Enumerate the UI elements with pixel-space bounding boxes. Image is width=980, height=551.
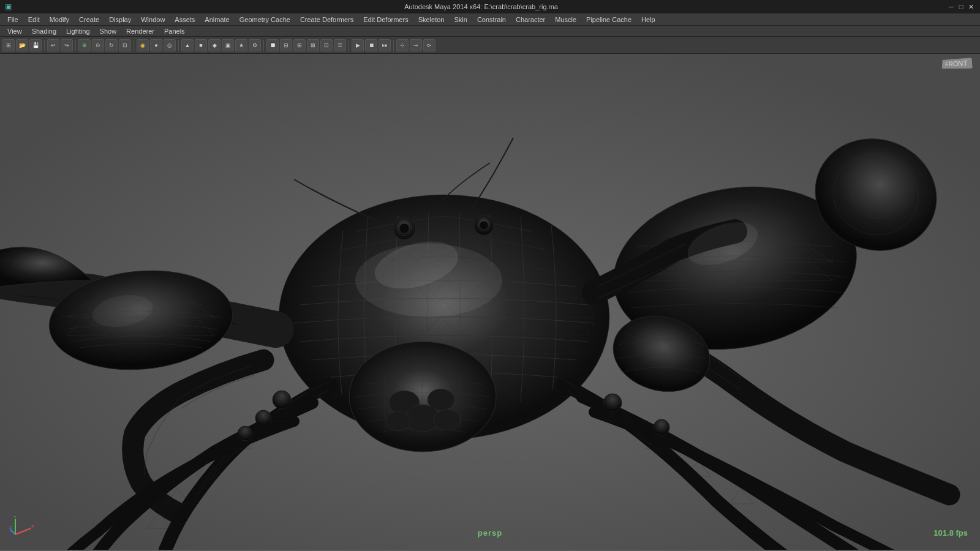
svg-text:X: X <box>31 524 34 528</box>
menu-item-window[interactable]: Window <box>136 13 170 25</box>
menu-item-skeleton[interactable]: Skeleton <box>413 13 450 25</box>
open-scene-button[interactable]: 📂 <box>16 39 28 51</box>
menu-item-skin[interactable]: Skin <box>449 13 472 25</box>
poly-tool-button[interactable]: ▲ <box>181 39 194 51</box>
svg-point-15 <box>273 391 291 409</box>
toolbar-separator <box>75 40 76 51</box>
undo-button[interactable]: ↩ <box>47 39 59 51</box>
svg-point-25 <box>434 410 461 430</box>
toolbar-separator <box>349 40 349 51</box>
menu-item-assets[interactable]: Assets <box>170 13 200 25</box>
scale-tool-button[interactable]: ⊡ <box>119 39 131 51</box>
svg-text:Z: Z <box>9 525 12 530</box>
menu-item-geocache[interactable]: Geometry Cache <box>235 13 295 25</box>
svg-point-7 <box>480 221 488 230</box>
next-button[interactable]: ⏭ <box>379 39 391 51</box>
extra3-button[interactable]: ⊳ <box>423 39 435 51</box>
select-tool-button[interactable]: ⊕ <box>78 39 91 51</box>
viewport-persp-label: persp <box>478 528 502 538</box>
menu-item-animate[interactable]: Animate <box>200 13 234 25</box>
menu-item-help[interactable]: Help <box>636 13 660 25</box>
new-scene-button[interactable]: ⊞ <box>2 39 15 51</box>
window-controls: ─ □ ✕ <box>947 2 975 11</box>
view2-button[interactable]: ⊟ <box>280 39 292 51</box>
title-bar: ▣ Autodesk Maya 2014 x64: E:\crab\crab\c… <box>0 0 980 13</box>
fps-counter: 101.8 fps <box>933 528 968 538</box>
menu-item-muscle[interactable]: Muscle <box>550 13 581 25</box>
extra2-button[interactable]: ⊸ <box>410 39 422 51</box>
submenu-item-shading[interactable]: Shading <box>27 26 61 36</box>
grid-tool-button[interactable]: ▣ <box>222 39 234 51</box>
stop-button[interactable]: ⏹ <box>365 39 377 51</box>
menu-item-character[interactable]: Character <box>511 13 550 25</box>
redo-button[interactable]: ↪ <box>61 39 73 51</box>
sub-menu-bar: ViewShadingLightingShowRendererPanels <box>0 26 980 37</box>
svg-point-18 <box>603 394 622 412</box>
toolbar-separator <box>44 40 45 51</box>
menu-item-modify[interactable]: Modify <box>45 13 74 25</box>
svg-point-19 <box>654 419 669 435</box>
svg-point-20 <box>349 342 496 452</box>
crab-render <box>0 54 980 550</box>
app-icon: ▣ <box>5 2 12 11</box>
save-scene-button[interactable]: 💾 <box>29 39 42 51</box>
menu-item-file[interactable]: File <box>2 13 23 25</box>
svg-point-16 <box>255 410 271 426</box>
svg-point-17 <box>238 426 252 441</box>
circle-tool-button[interactable]: ● <box>150 39 162 51</box>
toolbar: ⊞📂💾↩↪⊕⊙↻⊡◉●◎▲■◆▣★⚙🔲⊟⊞⊠⊡☰▶⏹⏭⊹⊸⊳ <box>0 37 980 54</box>
rotate-tool-button[interactable]: ↻ <box>105 39 118 51</box>
light-tool-button[interactable]: ★ <box>235 39 247 51</box>
title-bar-text: Autodesk Maya 2014 x64: E:\crab\crab\cra… <box>15 3 947 10</box>
menu-item-constrain[interactable]: Constrain <box>472 13 511 25</box>
svg-line-30 <box>15 528 31 534</box>
menu-item-create[interactable]: Create <box>74 13 104 25</box>
settings-tool-button[interactable]: ⚙ <box>249 39 261 51</box>
toolbar-separator <box>263 40 264 51</box>
view4-button[interactable]: ⊠ <box>307 39 319 51</box>
close-button[interactable]: ✕ <box>967 2 975 11</box>
submenu-item-show[interactable]: Show <box>95 26 122 36</box>
axis-indicator: X Y Z <box>9 516 34 541</box>
menu-bar: FileEditModifyCreateDisplayWindowAssetsA… <box>0 13 980 26</box>
view1-button[interactable]: 🔲 <box>266 39 279 51</box>
menu-item-createdef[interactable]: Create Deformers <box>295 13 358 25</box>
toolbar-separator <box>178 40 179 51</box>
view6-button[interactable]: ☰ <box>334 39 346 51</box>
minimize-button[interactable]: ─ <box>947 2 956 11</box>
svg-text:Y: Y <box>13 516 17 519</box>
svg-line-34 <box>10 530 15 534</box>
maximize-button[interactable]: □ <box>957 2 965 11</box>
play-button[interactable]: ▶ <box>352 39 364 51</box>
submenu-item-view[interactable]: View <box>2 26 27 36</box>
menu-item-edit[interactable]: Edit <box>23 13 45 25</box>
menu-item-display[interactable]: Display <box>104 13 136 25</box>
extra1-button[interactable]: ⊹ <box>396 39 409 51</box>
toolbar-separator <box>134 40 134 51</box>
submenu-item-renderer[interactable]: Renderer <box>121 26 159 36</box>
box-tool-button[interactable]: ■ <box>195 39 207 51</box>
submenu-item-panels[interactable]: Panels <box>159 26 190 36</box>
svg-point-5 <box>399 223 409 233</box>
front-label: FRONT <box>942 58 973 69</box>
viewport[interactable]: FRONT X Y Z persp 101.8 fps <box>0 54 980 550</box>
ring-tool-button[interactable]: ◎ <box>164 39 176 51</box>
move-tool-button[interactable]: ⊙ <box>92 39 104 51</box>
menu-item-editdef[interactable]: Edit Deformers <box>358 13 413 25</box>
menu-item-pipelinecache[interactable]: Pipeline Cache <box>581 13 636 25</box>
svg-point-24 <box>386 411 410 431</box>
submenu-item-lighting[interactable]: Lighting <box>61 26 95 36</box>
toolbar-separator <box>393 40 394 51</box>
yellow-tool-button[interactable]: ◉ <box>137 39 149 51</box>
view5-button[interactable]: ⊡ <box>320 39 333 51</box>
diamond-tool-button[interactable]: ◆ <box>208 39 221 51</box>
view3-button[interactable]: ⊞ <box>293 39 306 51</box>
